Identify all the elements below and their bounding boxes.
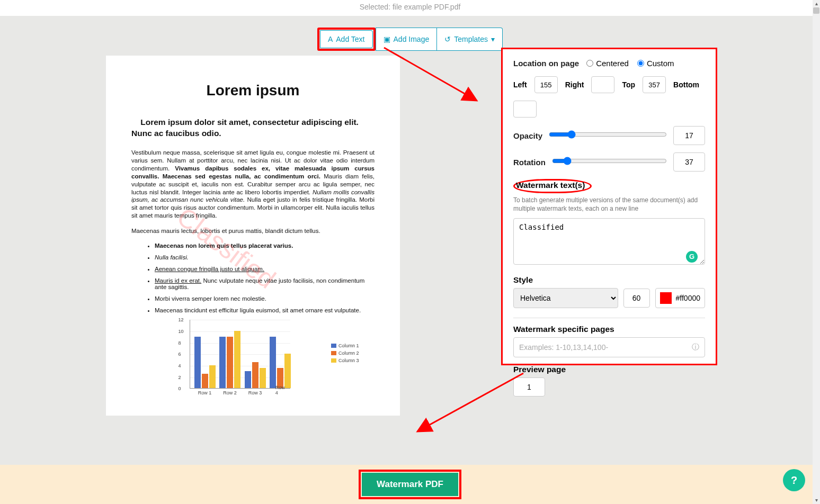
settings-panel: Location on page Centered Custom Left Ri… xyxy=(501,48,717,365)
pdf-preview: Lorem ipsum Lorem ipsum dolor sit amet, … xyxy=(106,56,400,416)
list-item: Nulla facilisi. xyxy=(155,254,375,260)
svg-line-1 xyxy=(417,373,523,431)
top-input[interactable] xyxy=(643,76,666,93)
selected-file-text: Selected: file example PDF.pdf xyxy=(360,3,461,11)
doc-para2: Maecenas mauris lectus, lobortis et puru… xyxy=(131,227,375,235)
doc-subhead: Lorem ipsum dolor sit amet, consectetur … xyxy=(131,117,375,139)
color-swatch xyxy=(660,292,672,304)
add-text-button[interactable]: A Add Text xyxy=(320,30,373,48)
watermark-text-title: Watermark text(s) xyxy=(513,179,705,193)
chart-legend: Column 1Column 2Column 3 xyxy=(331,343,359,365)
action-highlight: Watermark PDF xyxy=(359,470,461,499)
templates-label: Templates xyxy=(454,35,488,43)
rotation-slider[interactable] xyxy=(552,157,667,165)
font-size-input[interactable] xyxy=(623,289,650,308)
radio-custom[interactable]: Custom xyxy=(637,59,674,68)
add-text-label: Add Text xyxy=(336,35,364,43)
scroll-down-icon[interactable]: ▾ xyxy=(813,497,819,504)
chart: 024681012Row 1Row 2Row 3Row 4 Column 1Co… xyxy=(131,320,375,399)
pages-title: Watermark specific pages xyxy=(513,325,705,334)
svg-line-0 xyxy=(384,48,477,101)
selected-file-bar: Selected: file example PDF.pdf xyxy=(0,0,820,16)
doc-list: Maecenas non lorem quis tellus placerat … xyxy=(131,242,375,313)
question-icon: ? xyxy=(791,474,797,487)
bottom-input[interactable] xyxy=(513,101,537,118)
radio-centered[interactable]: Centered xyxy=(586,59,629,68)
watermark-pdf-button[interactable]: Watermark PDF xyxy=(362,473,458,496)
list-item: Morbi viverra semper lorem nec molestie. xyxy=(155,295,375,302)
doc-para1: Vestibulum neque massa, scelerisque sit … xyxy=(131,149,375,220)
left-input[interactable] xyxy=(534,76,558,93)
list-item: Aenean congue fringilla justo ut aliquam… xyxy=(155,266,375,272)
watermark-textarea[interactable] xyxy=(513,218,705,265)
add-text-highlight: A Add Text xyxy=(317,28,376,51)
doc-title: Lorem ipsum xyxy=(131,82,375,99)
location-label: Location on page xyxy=(513,59,579,68)
bottom-action-bar: Watermark PDF xyxy=(0,465,820,504)
color-hex: #ff0000 xyxy=(676,294,700,302)
annotation-arrow xyxy=(381,45,487,151)
top-label: Top xyxy=(622,80,635,89)
opacity-label: Opacity xyxy=(513,131,542,140)
text-icon: A xyxy=(328,35,333,43)
right-label: Right xyxy=(565,80,584,89)
preview-page-title: Preview page xyxy=(513,365,705,374)
color-picker[interactable]: #ff0000 xyxy=(655,288,705,308)
add-image-label: Add Image xyxy=(394,35,430,43)
font-select[interactable]: Helvetica xyxy=(513,288,618,308)
chevron-down-icon: ▾ xyxy=(491,35,495,43)
list-item: Maecenas non lorem quis tellus placerat … xyxy=(155,242,375,249)
rotation-label: Rotation xyxy=(513,158,546,167)
annotation-arrow xyxy=(412,371,529,439)
bottom-label: Bottom xyxy=(673,80,699,89)
scroll-up-icon[interactable]: ▴ xyxy=(813,0,819,7)
scrollbar-thumb[interactable] xyxy=(813,7,819,14)
watermark-help: To batch generate multiple versions of t… xyxy=(513,196,705,213)
list-item: Maecenas tincidunt est efficitur ligula … xyxy=(155,307,375,313)
rotation-input[interactable] xyxy=(673,152,705,172)
help-fab[interactable]: ? xyxy=(783,469,805,491)
right-input[interactable] xyxy=(591,76,614,93)
opacity-input[interactable] xyxy=(673,126,705,145)
left-label: Left xyxy=(513,80,527,89)
list-item: Mauris id ex erat. Nunc vulputate neque … xyxy=(155,277,375,290)
image-icon: ▣ xyxy=(384,35,390,43)
history-icon: ↺ xyxy=(444,35,451,43)
opacity-slider[interactable] xyxy=(549,130,667,139)
help-icon[interactable]: ⓘ xyxy=(692,343,699,352)
style-title: Style xyxy=(513,275,705,285)
pages-input[interactable]: Examples: 1-10,13,14,100- ⓘ xyxy=(513,337,705,357)
scrollbar[interactable]: ▴ ▾ xyxy=(813,0,820,504)
